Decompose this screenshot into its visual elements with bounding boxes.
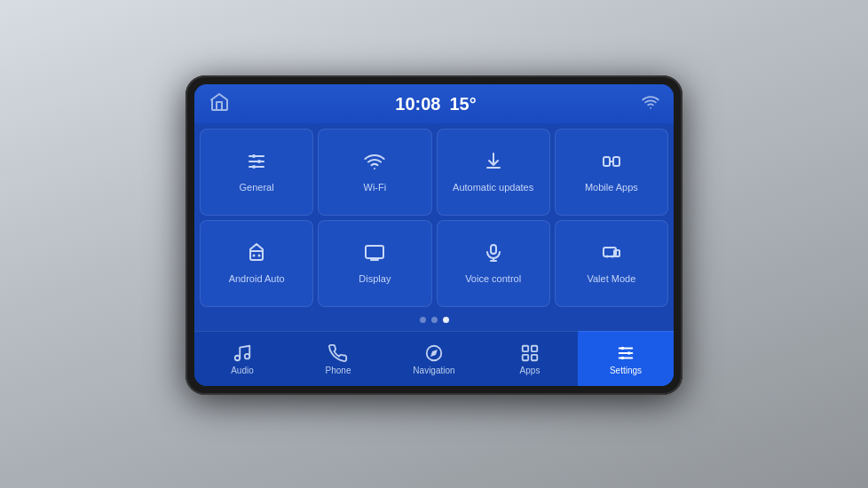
car-background: 10:08 15° [0,0,868,488]
temperature-display: 15° [449,94,476,114]
svg-point-32 [621,356,625,359]
wifi-tile[interactable]: Wi-Fi [318,129,431,216]
svg-rect-25 [523,354,528,359]
display-label: Display [359,272,391,285]
general-label: General [240,181,274,193]
sliders-icon [246,151,267,176]
nav-apps[interactable]: Apps [482,331,578,386]
svg-point-4 [257,160,261,163]
nav-phone[interactable]: Phone [290,331,386,386]
home-icon[interactable] [209,91,230,117]
main-grid: General Wi-Fi [194,123,674,331]
phone-icon [328,343,348,363]
wifi-label: Wi-Fi [364,181,387,193]
svg-point-9 [253,254,256,256]
mobile-apps-tile[interactable]: Mobile Apps [555,129,668,216]
svg-rect-6 [604,157,610,166]
clock-display: 10:08 [395,94,440,114]
voice-control-label: Voice control [465,272,521,285]
page-indicator [200,311,668,327]
voice-control-tile[interactable]: Voice control [437,220,550,307]
dot-2 [431,317,438,323]
android-auto-label: Android Auto [229,272,285,285]
automatic-updates-tile[interactable]: Automatic updates [437,129,550,216]
grid-row-1: General Wi-Fi [200,129,668,216]
svg-rect-23 [523,345,528,350]
navigation-icon [424,343,444,363]
header-bar: 10:08 15° [194,84,674,123]
automatic-updates-label: Automatic updates [453,181,533,193]
svg-point-18 [611,255,613,257]
svg-marker-22 [430,350,438,357]
svg-rect-7 [613,157,619,166]
android-auto-icon [246,242,267,267]
mobile-apps-label: Mobile Apps [585,181,638,193]
valet-mode-tile[interactable]: Valet Mode [555,220,668,307]
general-tile[interactable]: General [200,129,313,216]
music-icon [233,343,252,363]
download-icon [483,151,504,176]
svg-point-5 [252,165,256,169]
svg-point-10 [258,254,261,256]
nav-audio[interactable]: Audio [194,331,290,386]
phone-label: Phone [326,366,351,375]
svg-rect-11 [366,246,383,258]
bottom-navigation: Audio Phone Navigation [194,331,674,386]
svg-point-31 [627,351,631,355]
svg-point-3 [252,154,256,158]
link-icon [601,151,622,176]
dot-1 [420,317,426,323]
dot-3-active [443,317,449,323]
android-auto-tile[interactable]: Android Auto [200,220,313,307]
svg-rect-12 [491,245,496,254]
display-icon [364,242,385,267]
wifi-icon [364,151,385,176]
display-tile[interactable]: Display [318,220,431,307]
svg-point-17 [605,255,608,257]
svg-rect-24 [532,345,537,350]
svg-point-20 [245,353,250,358]
screen-bezel: 10:08 15° [185,75,683,395]
apps-icon [520,343,540,363]
settings-label: Settings [610,366,642,375]
wifi-status-icon [642,93,659,115]
valet-mode-icon [601,242,622,267]
svg-point-19 [235,355,241,360]
svg-point-30 [621,346,625,350]
screen: 10:08 15° [194,84,674,386]
apps-label: Apps [520,366,541,375]
nav-settings[interactable]: Settings [578,331,674,386]
nav-navigation[interactable]: Navigation [386,331,482,386]
mic-icon [483,242,504,267]
grid-row-2: Android Auto Display [200,220,668,307]
navigation-label: Navigation [413,366,454,375]
header-center: 10:08 15° [395,94,476,114]
settings-icon [616,343,635,363]
audio-label: Audio [231,366,254,375]
valet-mode-label: Valet Mode [587,272,635,285]
svg-rect-26 [532,354,537,359]
